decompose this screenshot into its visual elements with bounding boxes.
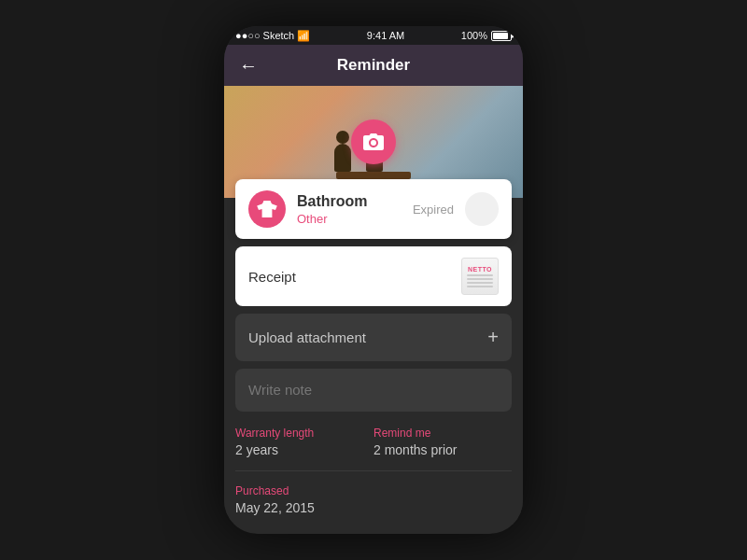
purchased-label: Purchased [235, 484, 512, 497]
expired-badge: Expired [413, 203, 454, 217]
remind-label: Remind me [374, 427, 512, 440]
back-button[interactable]: ← [239, 55, 258, 77]
signal-dots: ●●○○ [235, 30, 261, 41]
time-display: 9:41 AM [367, 30, 404, 41]
info-grid: Warranty length 2 years Remind me 2 mont… [235, 427, 512, 471]
header: ← Reminder [224, 45, 523, 86]
remind-me-item: Remind me 2 months prior [374, 427, 512, 457]
receipt-thumbnail: NETTO [461, 258, 499, 295]
warranty-length-item: Warranty length 2 years [235, 427, 374, 457]
product-name: Bathroom [297, 193, 402, 210]
purchased-value: May 22, 2015 [235, 500, 512, 515]
product-card: Bathroom Other Expired [235, 179, 512, 239]
status-left: ●●○○ Sketch 📶 [235, 30, 310, 42]
write-note-row[interactable]: Write note [235, 369, 512, 412]
status-bar: ●●○○ Sketch 📶 9:41 AM 100% [224, 26, 523, 45]
remind-value: 2 months prior [374, 442, 512, 457]
wifi-icon: 📶 [297, 30, 310, 42]
receipt-brand: NETTO [468, 266, 492, 273]
warranty-label: Warranty length [235, 427, 374, 440]
carrier-name: Sketch [263, 30, 295, 41]
phone-frame: ●●○○ Sketch 📶 9:41 AM 100% ← Reminder [224, 26, 523, 534]
toggle-button[interactable] [465, 192, 499, 226]
page-title: Reminder [239, 56, 508, 75]
write-note-placeholder: Write note [248, 382, 312, 398]
camera-button[interactable] [351, 119, 396, 164]
svg-point-0 [371, 140, 376, 146]
receipt-row[interactable]: Receipt NETTO [235, 246, 512, 306]
purchased-section: Purchased May 22, 2015 [235, 484, 512, 523]
camera-icon [363, 133, 384, 150]
receipt-label: Receipt [248, 269, 296, 285]
tshirt-icon [257, 201, 277, 217]
battery-percent: 100% [461, 30, 487, 41]
product-info: Bathroom Other [297, 193, 402, 226]
status-right: 100% [461, 30, 512, 41]
warranty-value: 2 years [235, 442, 374, 457]
product-icon-circle [248, 190, 286, 228]
battery-icon [491, 31, 512, 41]
product-category: Other [297, 212, 402, 226]
content-area: Bathroom Other Expired Receipt NETTO Upl… [224, 179, 523, 523]
upload-label: Upload attachment [248, 329, 366, 345]
plus-icon: + [487, 327, 499, 348]
upload-attachment-row[interactable]: Upload attachment + [235, 314, 512, 361]
